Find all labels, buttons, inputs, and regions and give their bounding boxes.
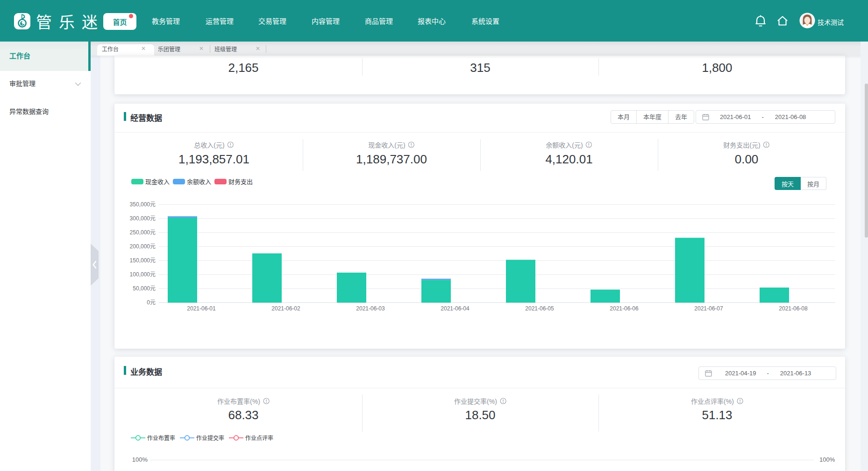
svg-text:2021-06-06: 2021-06-06 (610, 305, 639, 312)
svg-text:2021-06-04: 2021-06-04 (441, 305, 470, 312)
svg-text:2021-06-01: 2021-06-01 (187, 305, 216, 312)
svg-text:2021-06-03: 2021-06-03 (356, 305, 385, 312)
svg-text:150,000元: 150,000元 (130, 257, 156, 264)
svg-text:100,000元: 100,000元 (130, 271, 156, 278)
svg-text:2021-06-05: 2021-06-05 (525, 305, 554, 312)
svg-text:2021-06-02: 2021-06-02 (271, 305, 300, 312)
svg-text:0元: 0元 (147, 299, 156, 306)
svg-text:300,000元: 300,000元 (130, 215, 156, 222)
svg-text:2021-06-07: 2021-06-07 (694, 305, 723, 312)
svg-text:250,000元: 250,000元 (130, 229, 156, 236)
svg-text:200,000元: 200,000元 (130, 243, 156, 250)
svg-text:50,000元: 50,000元 (133, 285, 156, 292)
svg-text:2021-06-08: 2021-06-08 (779, 305, 808, 312)
svg-text:350,000元: 350,000元 (130, 201, 156, 208)
